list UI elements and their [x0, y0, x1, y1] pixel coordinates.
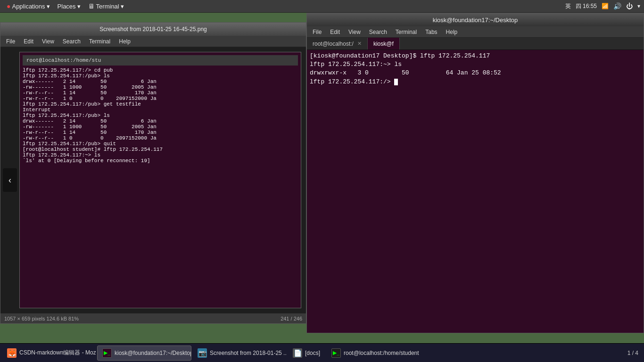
- inner-term-line-9: drwx------ 2 14 50 6 Jan: [23, 118, 298, 124]
- term-line-3-text: lftp 172.25.254.117:/>: [310, 78, 394, 86]
- system-bar-left: ● Applications ▾ Places ▾ 🖥 Terminal ▾: [4, 1, 127, 11]
- inner-term-line-10: -rw------- 1 1000 50 2005 Jan: [23, 124, 298, 130]
- taskbar-kiosk-terminal-label: kiosk@foundation17:~/Desktop: [115, 350, 191, 356]
- image-content: ‹ root@localhost:/home/stu lftp 172.25.2…: [0, 47, 306, 313]
- taskbar-item-firefox[interactable]: 🦊 CSDN-markdown编辑器 - Mozil...: [2, 346, 96, 361]
- inner-term-line-13: lftp 172.25.254.117:/pub> quit: [23, 141, 298, 147]
- screenshot-preview: root@localhost:/home/stu lftp 172.25.254…: [19, 52, 301, 308]
- image-menu-edit[interactable]: Edit: [20, 37, 37, 46]
- image-menu-view[interactable]: View: [38, 37, 58, 46]
- image-menu-terminal[interactable]: Terminal: [85, 37, 114, 46]
- terminal-icon: 🖥: [88, 2, 95, 10]
- terminal-menu-button[interactable]: 🖥 Terminal ▾: [85, 1, 127, 11]
- image-menu-help[interactable]: Help: [115, 37, 134, 46]
- taskbar: 🦊 CSDN-markdown编辑器 - Mozil... ▶_ kiosk@f…: [0, 343, 644, 362]
- term-menu-terminal[interactable]: Terminal: [392, 28, 421, 36]
- image-viewer-window: Screenshot from 2018-01-25 16-45-25.png …: [0, 22, 306, 324]
- term-menu-view[interactable]: View: [345, 28, 364, 36]
- wifi-icon[interactable]: 📶: [602, 3, 609, 9]
- system-bar-right: 英 四 16:55 📶 🔊 ⏻ ▾: [565, 2, 640, 10]
- sound-icon[interactable]: 🔊: [613, 2, 621, 10]
- terminal-tabs: root@localhost:/ ✕ kiosk@f: [307, 38, 644, 50]
- taskbar-page-indicator: 1 / 4: [624, 350, 642, 356]
- datetime: 四 16:55: [576, 2, 597, 10]
- terminal-chevron: ▾: [121, 3, 124, 10]
- desktop: Screenshot from 2018-01-25 16-45-25.png …: [0, 13, 644, 343]
- applications-menu-button[interactable]: ● Applications ▾: [4, 1, 53, 11]
- lang-indicator[interactable]: 英: [565, 2, 571, 10]
- inner-term-line-1: lftp 172.25.254.117:/pub> ls: [23, 73, 298, 79]
- taskbar-firefox-label: CSDN-markdown编辑器 - Mozil...: [19, 349, 96, 357]
- terminal-titlebar: kiosk@foundation17:~/Desktop: [307, 13, 644, 26]
- docs-icon: 📄: [293, 348, 302, 358]
- taskbar-item-docs[interactable]: 📄 [docs]: [288, 346, 325, 361]
- places-menu-button[interactable]: Places ▾: [55, 2, 83, 11]
- term-line-0: [kiosk@foundation17 Desktop]$ lftp 172.2…: [310, 52, 641, 60]
- term-menu-edit[interactable]: Edit: [326, 28, 344, 36]
- terminal-label: Terminal: [96, 3, 119, 10]
- inner-term-line-6: lftp 172.25.254.117:/pub> get testfile: [23, 101, 298, 107]
- term-line-3: lftp 172.25.254.117:/>: [310, 78, 641, 86]
- tab-0-close[interactable]: ✕: [357, 41, 362, 47]
- taskbar-item-kiosk-terminal[interactable]: ▶_ kiosk@foundation17:~/Desktop: [97, 346, 191, 361]
- places-label: Places: [58, 3, 76, 10]
- term-line-1: lftp 172.25.254.117:~> ls: [310, 60, 641, 69]
- tab-root-localhost[interactable]: root@localhost:/ ✕: [307, 38, 368, 49]
- inner-term-line-4: -rw-r--r-- 1 14 50 170 Jan: [23, 90, 298, 96]
- terminal-menubar: File Edit View Search Terminal Tabs Help: [307, 26, 644, 38]
- inner-term-line-7: Interrupt: [23, 107, 298, 113]
- firefox-icon: 🦊: [7, 348, 17, 358]
- inner-term-line-3: -rw------- 1 1000 50 2005 Jan: [23, 84, 298, 90]
- screenshot-icon: 📷: [198, 348, 207, 358]
- applications-label: Applications: [12, 3, 45, 10]
- image-window-menubar: File Edit View Search Terminal Help: [0, 36, 306, 47]
- nav-left-button[interactable]: ‹: [3, 168, 17, 192]
- inner-term-line-15: lftp 172.25.254.117:~> ls: [23, 152, 298, 158]
- image-scroll-position: 241 / 246: [281, 316, 302, 321]
- system-bar: ● Applications ▾ Places ▾ 🖥 Terminal ▾ 英…: [0, 0, 644, 13]
- terminal-window: kiosk@foundation17:~/Desktop File Edit V…: [306, 13, 644, 333]
- term-menu-help[interactable]: Help: [442, 28, 462, 36]
- inner-term-line-14: [root@localhost student]# lftp 172.25.25…: [23, 147, 298, 152]
- tab-1-label: kiosk@f: [373, 41, 394, 47]
- taskbar-screenshot-label: Screenshot from 2018-01-25 ...: [210, 350, 287, 356]
- inner-term-line-16: `ls' at 0 [Delaying before reconnect: 19…: [23, 158, 298, 164]
- inner-term-line-5: -rw-r--r-- 1 0 0 2097152000 Ja: [23, 96, 298, 101]
- terminal-cursor: [394, 79, 398, 85]
- image-status-text: 1057 × 659 pixels 124.6 kB 81%: [4, 316, 79, 321]
- term-menu-tabs[interactable]: Tabs: [421, 28, 441, 36]
- kiosk-terminal-icon: ▶_: [102, 348, 112, 358]
- inner-term-line-11: -rw-r--r-- 1 14 50 170 Jan: [23, 130, 298, 135]
- image-statusbar: 1057 × 659 pixels 124.6 kB 81% 241 / 246: [0, 313, 306, 323]
- taskbar-root-terminal-label: root@localhost:/home/student: [344, 350, 419, 356]
- inner-term-line-12: -rw-r--r-- 1 0 0 2097152000 Ja: [23, 135, 298, 141]
- applications-chevron: ▾: [47, 3, 50, 10]
- places-chevron: ▾: [77, 3, 81, 10]
- taskbar-item-screenshot[interactable]: 📷 Screenshot from 2018-01-25 ...: [192, 346, 287, 361]
- gnome-icon: ●: [7, 2, 10, 10]
- taskbar-item-root-terminal[interactable]: ▶_ root@localhost:/home/student: [326, 346, 421, 361]
- term-menu-search[interactable]: Search: [365, 28, 391, 36]
- image-menu-file[interactable]: File: [2, 37, 19, 46]
- terminal-content[interactable]: [kiosk@foundation17 Desktop]$ lftp 172.2…: [307, 50, 644, 333]
- dropdown-chevron: ▾: [637, 3, 640, 9]
- image-menu-search[interactable]: Search: [59, 37, 84, 46]
- root-terminal-icon: ▶_: [331, 348, 341, 358]
- tab-kiosk[interactable]: kiosk@f: [368, 38, 400, 49]
- tab-0-label: root@localhost:/: [313, 41, 354, 47]
- power-icon[interactable]: ⏻: [626, 2, 633, 10]
- term-menu-file[interactable]: File: [309, 28, 325, 36]
- term-line-2: drwxrwxr-x 3 0 50 64 Jan 25 08:52: [310, 69, 641, 77]
- inner-term-line-8: lftp 172.25.254.117:/pub> ls: [23, 113, 298, 118]
- terminal-title: kiosk@foundation17:~/Desktop: [433, 16, 518, 24]
- inner-terminal-title: root@localhost:/home/stu: [26, 58, 101, 63]
- image-window-titlebar: Screenshot from 2018-01-25 16-45-25.png: [0, 23, 306, 36]
- image-window-title: Screenshot from 2018-01-25 16-45-25.png: [4, 26, 302, 33]
- inner-term-line-0: lftp 172.25.254.117:/> cd pub: [23, 67, 298, 73]
- inner-term-line-2: drwx------ 2 14 50 6 Jan: [23, 79, 298, 84]
- taskbar-docs-label: [docs]: [305, 350, 320, 356]
